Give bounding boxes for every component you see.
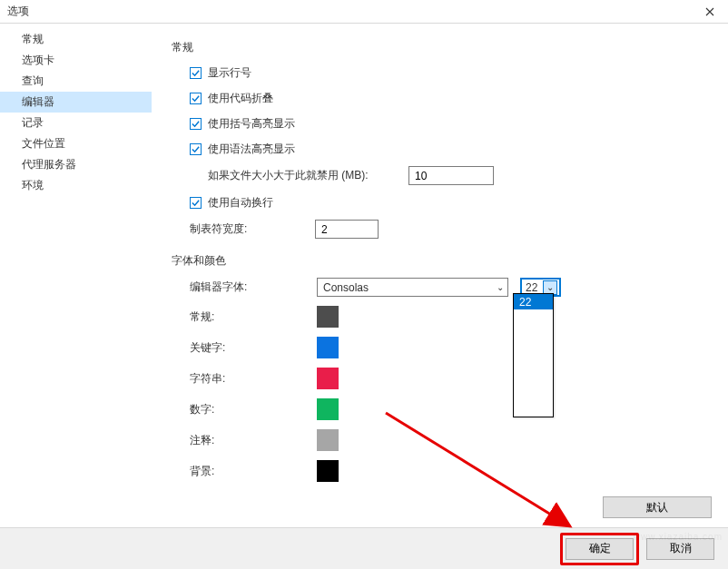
dropdown-blank <box>514 309 553 417</box>
highlight-ok: 确定 <box>560 533 639 565</box>
label-editor-font: 编辑器字体: <box>190 280 299 295</box>
check-icon <box>191 198 201 208</box>
check-icon <box>191 68 201 78</box>
label-disable-if-larger: 如果文件大小大于此就禁用 (MB): <box>208 168 385 183</box>
label-color-number: 数字: <box>190 402 299 417</box>
swatch-background[interactable] <box>317 460 339 482</box>
checkbox-code-folding[interactable] <box>190 93 202 104</box>
sidebar-item-editor[interactable]: 编辑器 <box>0 92 152 113</box>
checkbox-word-wrap[interactable] <box>190 197 202 209</box>
label-show-line-numbers: 显示行号 <box>208 65 251 81</box>
window-title: 选项 <box>7 4 29 19</box>
sidebar-item-tabs[interactable]: 选项卡 <box>0 50 152 71</box>
footer: 确定 取消 <box>0 527 728 569</box>
content-panel: 常规 显示行号 使用代码折叠 使用括号高亮显示 使用语法高亮显示 如果文件大小大… <box>152 24 728 527</box>
row-code-folding: 使用代码折叠 <box>190 90 708 106</box>
cancel-button[interactable]: 取消 <box>646 538 714 560</box>
row-disable-if-larger: 如果文件大小大于此就禁用 (MB): <box>208 166 708 185</box>
ok-button[interactable]: 确定 <box>566 538 634 560</box>
chevron-down-icon: ⌄ <box>546 282 554 292</box>
label-tab-width: 制表符宽度: <box>190 221 297 237</box>
swatch-string[interactable] <box>317 368 339 389</box>
row-word-wrap: 使用自动换行 <box>190 194 708 211</box>
sidebar-item-query[interactable]: 查询 <box>0 71 152 92</box>
row-tab-width: 制表符宽度: <box>190 220 708 239</box>
label-word-wrap: 使用自动换行 <box>208 195 273 211</box>
swatch-comment[interactable] <box>317 429 339 451</box>
sidebar-item-filelocation[interactable]: 文件位置 <box>0 133 152 154</box>
close-button[interactable] <box>692 0 728 24</box>
swatch-keyword[interactable] <box>317 337 339 358</box>
row-color-keyword: 关键字: <box>190 337 708 358</box>
check-icon <box>191 93 201 103</box>
input-tab-width[interactable] <box>315 220 379 239</box>
select-editor-font-value: Consolas <box>323 281 369 294</box>
section-general-title: 常规 <box>172 40 708 55</box>
row-color-number: 数字: <box>190 398 708 420</box>
label-color-background: 背景: <box>190 464 299 479</box>
swatch-number[interactable] <box>317 398 339 420</box>
sidebar-item-proxy[interactable]: 代理服务器 <box>0 154 152 175</box>
label-color-string: 字符串: <box>190 371 299 387</box>
row-color-string: 字符串: <box>190 368 708 389</box>
checkbox-bracket-highlight[interactable] <box>190 118 202 130</box>
section-fontcolor-title: 字体和颜色 <box>172 253 708 269</box>
default-button[interactable]: 默认 <box>603 496 712 518</box>
font-size-dropdown: 22 <box>513 293 554 417</box>
label-color-comment: 注释: <box>190 433 299 448</box>
row-color-background: 背景: <box>190 460 708 482</box>
titlebar: 选项 <box>0 0 728 24</box>
row-bracket-highlight: 使用括号高亮显示 <box>190 115 708 132</box>
select-editor-font[interactable]: Consolas ⌄ <box>317 278 508 297</box>
main-area: 常规 选项卡 查询 编辑器 记录 文件位置 代理服务器 环境 常规 显示行号 使… <box>0 24 728 527</box>
row-color-comment: 注释: <box>190 429 708 451</box>
checkbox-show-line-numbers[interactable] <box>190 67 202 79</box>
sidebar-item-environment[interactable]: 环境 <box>0 175 152 196</box>
chevron-down-icon: ⌄ <box>497 282 504 292</box>
font-size-option[interactable]: 22 <box>514 294 553 309</box>
label-syntax-highlight: 使用语法高亮显示 <box>208 142 295 157</box>
sidebar-item-record[interactable]: 记录 <box>0 113 152 133</box>
row-color-normal: 常规: <box>190 306 708 328</box>
sidebar-item-general[interactable]: 常规 <box>0 29 152 50</box>
label-bracket-highlight: 使用括号高亮显示 <box>208 116 295 132</box>
check-icon <box>191 119 201 129</box>
label-color-normal: 常规: <box>190 309 299 325</box>
swatch-normal[interactable] <box>317 306 339 328</box>
row-editor-font: 编辑器字体: Consolas ⌄ 22 ⌄ <box>190 278 708 297</box>
sidebar: 常规 选项卡 查询 编辑器 记录 文件位置 代理服务器 环境 <box>0 24 152 527</box>
check-icon <box>191 144 201 154</box>
row-syntax-highlight: 使用语法高亮显示 <box>190 141 708 157</box>
input-disable-size[interactable] <box>408 166 494 185</box>
select-font-size-value: 22 <box>526 281 537 294</box>
label-code-folding: 使用代码折叠 <box>208 91 273 106</box>
row-show-line-numbers: 显示行号 <box>190 64 708 81</box>
checkbox-syntax-highlight[interactable] <box>190 143 202 155</box>
label-color-keyword: 关键字: <box>190 340 299 356</box>
close-icon <box>705 7 714 16</box>
